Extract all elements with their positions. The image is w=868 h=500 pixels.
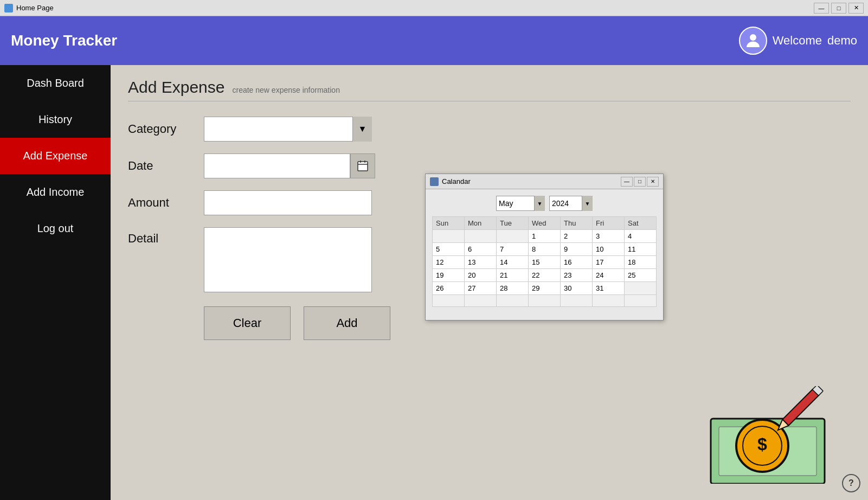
- cal-day[interactable]: 12: [433, 256, 465, 269]
- date-input[interactable]: [204, 153, 350, 178]
- svg-point-0: [750, 34, 756, 41]
- detail-label: Detail: [128, 227, 193, 246]
- username-label: demo: [827, 34, 857, 48]
- app-title: Money Tracker: [11, 32, 739, 49]
- cal-day: [497, 230, 529, 243]
- cal-day[interactable]: 13: [465, 256, 497, 269]
- cal-day: [593, 295, 625, 307]
- date-label: Date: [128, 159, 193, 173]
- calendar-titlebar-controls: — □ ✕: [621, 177, 659, 187]
- cal-header-mon: Mon: [465, 217, 497, 230]
- cal-day[interactable]: 6: [465, 243, 497, 256]
- money-illustration: $: [705, 386, 846, 484]
- app-header: Money Tracker Welcome demo: [0, 16, 868, 65]
- cal-day: [529, 295, 561, 307]
- calendar-titlebar: Calandar — □ ✕: [426, 174, 663, 189]
- month-select[interactable]: May January February March April June Ju…: [496, 196, 545, 211]
- minimize-button[interactable]: —: [814, 3, 829, 14]
- cal-day[interactable]: 24: [593, 269, 625, 282]
- cal-day[interactable]: 22: [529, 269, 561, 282]
- cal-day[interactable]: 9: [561, 243, 593, 256]
- cal-day: [433, 295, 465, 307]
- page-header: Add Expense create new expense informati…: [128, 78, 851, 97]
- page-title: Add Expense: [128, 78, 224, 97]
- cal-day[interactable]: 26: [433, 282, 465, 295]
- calendar-body: May January February March April June Ju…: [426, 189, 663, 320]
- cal-header-thu: Thu: [561, 217, 593, 230]
- calendar-grid: Sun Mon Tue Wed Thu Fri Sat 123456789101…: [432, 216, 657, 307]
- cal-day[interactable]: 17: [593, 256, 625, 269]
- cal-day[interactable]: 15: [529, 256, 561, 269]
- sidebar-item-history[interactable]: History: [0, 101, 111, 138]
- svg-rect-1: [358, 162, 368, 171]
- cal-day: [561, 295, 593, 307]
- cal-day[interactable]: 27: [465, 282, 497, 295]
- cal-day[interactable]: 19: [433, 269, 465, 282]
- avatar: [739, 27, 767, 55]
- cal-day[interactable]: 2: [561, 230, 593, 243]
- cal-day: [625, 295, 657, 307]
- calendar-minimize-button[interactable]: —: [621, 177, 633, 187]
- sidebar-item-add-expense[interactable]: Add Expense: [0, 138, 111, 174]
- sidebar-item-dashboard[interactable]: Dash Board: [0, 65, 111, 101]
- amount-input[interactable]: [204, 190, 372, 215]
- help-button[interactable]: ?: [842, 474, 860, 492]
- cal-day[interactable]: 20: [465, 269, 497, 282]
- cal-day: [497, 295, 529, 307]
- add-button[interactable]: Add: [304, 306, 390, 340]
- month-select-wrap: May January February March April June Ju…: [496, 196, 545, 211]
- cal-day[interactable]: 8: [529, 243, 561, 256]
- user-avatar-icon: [743, 31, 763, 50]
- cal-day: [465, 230, 497, 243]
- cal-header-tue: Tue: [497, 217, 529, 230]
- calendar-icon: [356, 159, 369, 172]
- cal-day[interactable]: 3: [593, 230, 625, 243]
- close-button[interactable]: ✕: [848, 3, 864, 14]
- category-select-wrap: Food Transport Utilities Entertainment O…: [204, 117, 372, 142]
- main-layout: Dash Board History Add Expense Add Incom…: [0, 65, 868, 500]
- category-row: Category Food Transport Utilities Entert…: [128, 117, 851, 142]
- cal-day: [433, 230, 465, 243]
- cal-day[interactable]: 1: [529, 230, 561, 243]
- detail-textarea[interactable]: [204, 227, 372, 292]
- cal-day[interactable]: 18: [625, 256, 657, 269]
- cal-day[interactable]: 25: [625, 269, 657, 282]
- cal-day[interactable]: 23: [561, 269, 593, 282]
- titlebar-controls: — □ ✕: [814, 3, 864, 14]
- cal-header-sun: Sun: [433, 217, 465, 230]
- calendar-maximize-button[interactable]: □: [634, 177, 646, 187]
- cal-day[interactable]: 7: [497, 243, 529, 256]
- main-content: Add Expense create new expense informati…: [111, 65, 868, 500]
- year-select[interactable]: 2024 2022 2023 2025: [549, 196, 593, 211]
- calendar-titlebar-icon: [430, 177, 439, 186]
- cal-day[interactable]: 29: [529, 282, 561, 295]
- user-info: Welcome demo: [739, 27, 857, 55]
- sidebar-item-add-income[interactable]: Add Income: [0, 174, 111, 210]
- calendar-popup: Calandar — □ ✕ May January February Marc: [425, 174, 664, 320]
- cal-day[interactable]: 31: [593, 282, 625, 295]
- titlebar: Home Page — □ ✕: [0, 0, 868, 16]
- cal-day[interactable]: 5: [433, 243, 465, 256]
- decorative-image: $: [705, 386, 846, 484]
- sidebar: Dash Board History Add Expense Add Incom…: [0, 65, 111, 500]
- cal-day[interactable]: 11: [625, 243, 657, 256]
- calendar-button[interactable]: [350, 153, 375, 178]
- maximize-button[interactable]: □: [831, 3, 846, 14]
- cal-day[interactable]: 16: [561, 256, 593, 269]
- cal-day[interactable]: 14: [497, 256, 529, 269]
- calendar-titlebar-title: Calandar: [442, 177, 621, 185]
- cal-day[interactable]: 4: [625, 230, 657, 243]
- cal-day[interactable]: 10: [593, 243, 625, 256]
- header-divider: [128, 101, 851, 101]
- clear-button[interactable]: Clear: [204, 306, 291, 340]
- cal-day[interactable]: 30: [561, 282, 593, 295]
- page-subtitle: create new expense information: [232, 86, 339, 94]
- category-select[interactable]: Food Transport Utilities Entertainment O…: [204, 117, 372, 142]
- cal-day[interactable]: 28: [497, 282, 529, 295]
- cal-header-fri: Fri: [593, 217, 625, 230]
- svg-text:$: $: [757, 434, 767, 454]
- cal-header-wed: Wed: [529, 217, 561, 230]
- sidebar-item-logout[interactable]: Log out: [0, 210, 111, 247]
- calendar-close-button[interactable]: ✕: [647, 177, 659, 187]
- cal-day[interactable]: 21: [497, 269, 529, 282]
